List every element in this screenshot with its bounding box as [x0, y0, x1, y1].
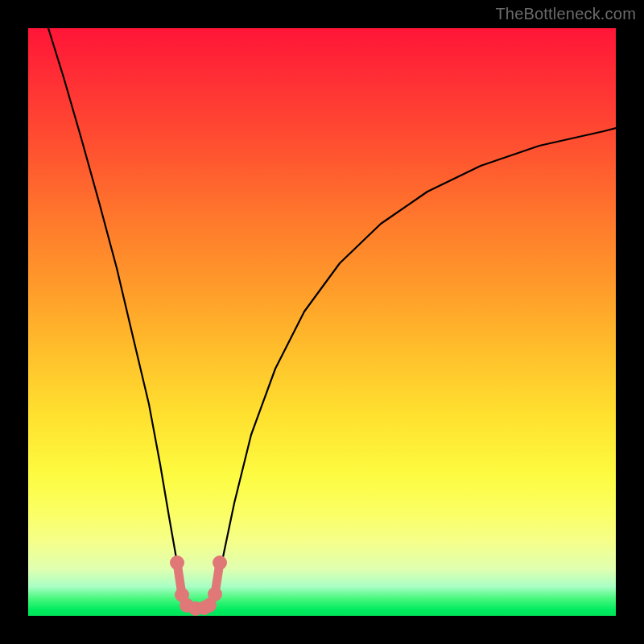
svg-point-7	[213, 555, 227, 570]
bottleneck-curve	[48, 28, 616, 609]
curve-layer	[28, 28, 616, 616]
watermark-text: TheBottleneck.com	[495, 5, 636, 23]
chart-frame: TheBottleneck.com	[0, 0, 644, 644]
svg-point-0	[170, 555, 184, 570]
svg-point-6	[208, 587, 222, 601]
plot-area	[28, 28, 616, 616]
